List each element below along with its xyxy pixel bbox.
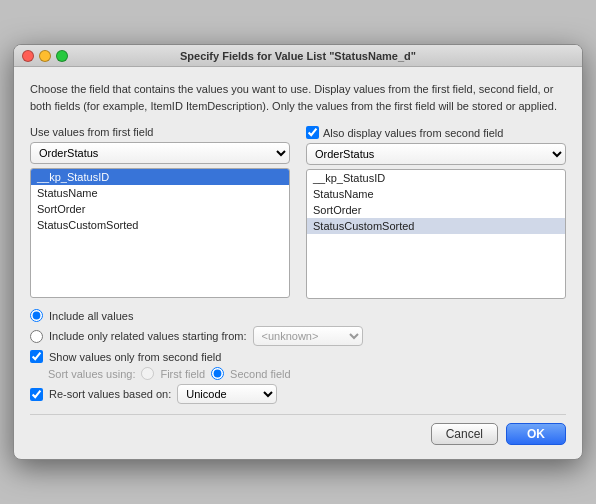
dialog-content: Choose the field that contains the value… [14,67,582,459]
resort-checkbox[interactable] [30,388,43,401]
second-field-list[interactable]: __kp_StatusID StatusName SortOrder Statu… [306,169,566,299]
list-item[interactable]: StatusName [31,185,289,201]
second-field-column: Also display values from second field Or… [306,126,566,299]
cancel-button[interactable]: Cancel [431,423,498,445]
close-button[interactable] [22,50,34,62]
second-field-sort-label: Second field [230,368,291,380]
options-section: Include all values Include only related … [30,309,566,404]
show-second-checkbox[interactable] [30,350,43,363]
list-item[interactable]: StatusCustomSorted [31,217,289,233]
list-item[interactable]: SortOrder [31,201,289,217]
first-field-column: Use values from first field OrderStatus … [30,126,290,299]
list-item[interactable]: __kp_StatusID [31,169,289,185]
minimize-button[interactable] [39,50,51,62]
second-field-label: Also display values from second field [306,126,566,139]
first-field-label: Use values from first field [30,126,290,138]
list-item[interactable]: __kp_StatusID [307,170,565,186]
show-second-row: Show values only from second field [30,350,566,363]
window-title: Specify Fields for Value List "StatusNam… [180,50,416,62]
dialog-window: Specify Fields for Value List "StatusNam… [13,44,583,460]
sort-label: Sort values using: [48,368,135,380]
sort-first-radio[interactable] [141,367,154,380]
list-item[interactable]: StatusCustomSorted [307,218,565,234]
description-text: Choose the field that contains the value… [30,81,566,114]
sort-row: Sort values using: First field Second fi… [48,367,566,380]
include-all-row: Include all values [30,309,566,322]
related-select[interactable]: <unknown> [253,326,363,346]
include-related-label: Include only related values starting fro… [49,330,247,342]
show-second-label: Show values only from second field [49,351,221,363]
title-bar: Specify Fields for Value List "StatusNam… [14,45,582,67]
ok-button[interactable]: OK [506,423,566,445]
resort-select[interactable]: Unicode [177,384,277,404]
second-field-checkbox[interactable] [306,126,319,139]
include-related-row: Include only related values starting fro… [30,326,566,346]
second-field-select[interactable]: OrderStatus [306,143,566,165]
fields-row: Use values from first field OrderStatus … [30,126,566,299]
include-all-label: Include all values [49,310,133,322]
first-field-list[interactable]: __kp_StatusID StatusName SortOrder Statu… [30,168,290,298]
window-controls [22,50,68,62]
first-field-sort-label: First field [160,368,205,380]
button-row: Cancel OK [30,414,566,445]
list-item[interactable]: StatusName [307,186,565,202]
resort-row: Re-sort values based on: Unicode [30,384,566,404]
resort-label: Re-sort values based on: [49,388,171,400]
first-field-select[interactable]: OrderStatus [30,142,290,164]
maximize-button[interactable] [56,50,68,62]
include-related-radio[interactable] [30,330,43,343]
list-item[interactable]: SortOrder [307,202,565,218]
include-all-radio[interactable] [30,309,43,322]
sort-second-radio[interactable] [211,367,224,380]
